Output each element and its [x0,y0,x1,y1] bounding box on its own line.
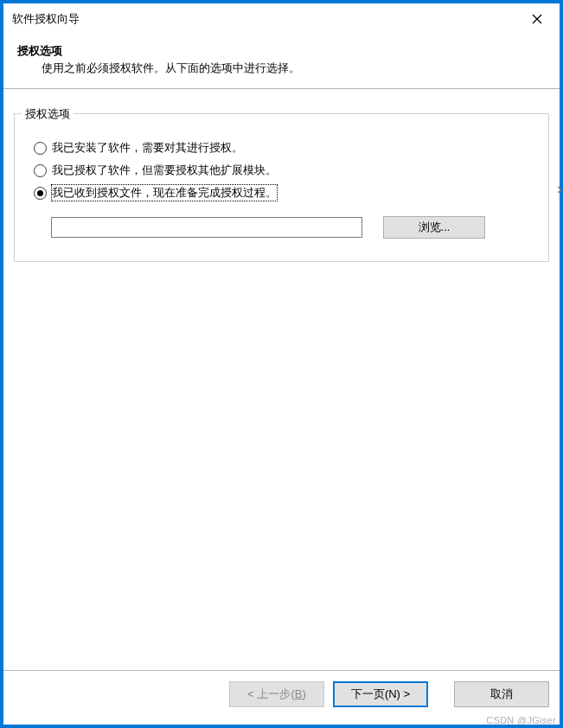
chevron-right-icon: › [557,180,562,198]
radio-label: 我已授权了软件，但需要授权其他扩展模块。 [52,163,277,178]
cancel-button[interactable]: 取消 [454,681,549,707]
titlebar: 软件授权向导 [3,3,560,35]
radio-label: 我已安装了软件，需要对其进行授权。 [52,140,243,156]
wizard-footer: < 上一步(B) 下一页(N) > 取消 [3,670,560,725]
wizard-header: 授权选项 使用之前必须授权软件。从下面的选项中进行选择。 [3,35,560,89]
radio-icon [34,187,47,200]
header-subtitle: 使用之前必须授权软件。从下面的选项中进行选择。 [17,61,546,76]
close-button[interactable] [518,6,556,32]
radio-label: 我已收到授权文件，现在准备完成授权过程。 [52,185,277,201]
cancel-label: 取消 [490,686,513,702]
file-row: 浏览... [34,216,529,239]
radio-received-file[interactable]: 我已收到授权文件，现在准备完成授权过程。 [34,185,529,201]
browse-button[interactable]: 浏览... [383,216,485,239]
spacer [437,681,445,707]
radio-authorize-extensions[interactable]: 我已授权了软件，但需要授权其他扩展模块。 [34,163,529,178]
auth-file-input[interactable] [51,217,362,238]
radio-install-and-authorize[interactable]: 我已安装了软件，需要对其进行授权。 [34,140,529,156]
browse-label: 浏览... [419,220,451,235]
group-legend: 授权选项 [22,106,74,122]
close-icon [532,14,542,24]
header-title: 授权选项 [17,43,546,59]
wizard-content: 授权选项 我已安装了软件，需要对其进行授权。 我已授权了软件，但需要授权其他扩展… [3,89,560,670]
window-title: 软件授权向导 [12,11,80,27]
back-button: < 上一步(B) [229,681,324,707]
next-label: 下一页(N) > [351,686,410,702]
auth-options-group: 授权选项 我已安装了软件，需要对其进行授权。 我已授权了软件，但需要授权其他扩展… [14,113,549,262]
next-button[interactable]: 下一页(N) > [333,681,428,707]
wizard-window: 软件授权向导 授权选项 使用之前必须授权软件。从下面的选项中进行选择。 授权选项… [3,3,560,725]
back-label: < 上一步(B) [247,686,306,702]
radio-icon [34,142,47,155]
radio-icon [34,164,47,177]
